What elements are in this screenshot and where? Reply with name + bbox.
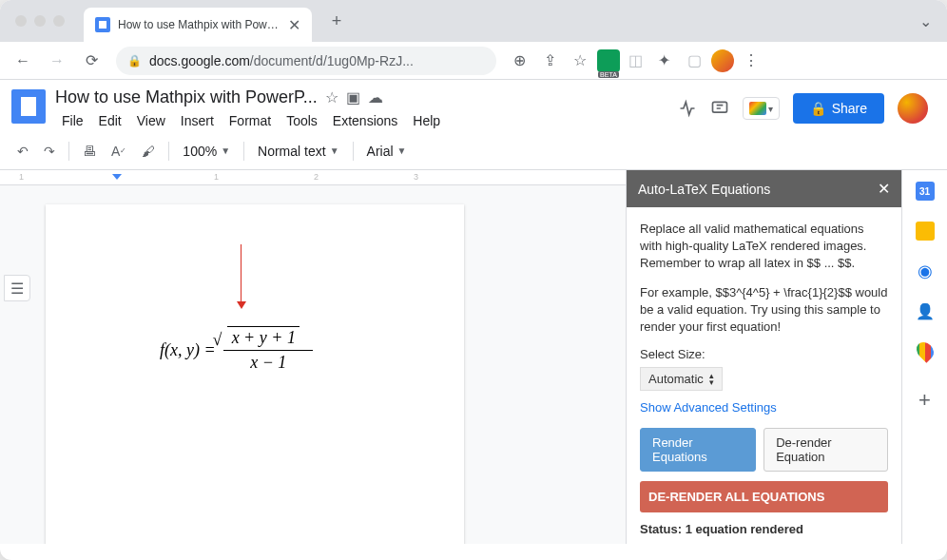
reload-button[interactable]: ⟳ [76, 46, 106, 76]
addon-sidebar: Auto-LaTeX Equations ✕ Replace all valid… [626, 170, 901, 544]
style-select[interactable]: Normal text▼ [252, 140, 344, 163]
render-equations-button[interactable]: Render Equations [640, 428, 756, 472]
beta-badge: BETA [598, 71, 619, 78]
lock-icon: 🔒 [127, 54, 142, 68]
move-document-icon[interactable]: ▣ [346, 88, 360, 106]
side-panel-rail: 31 ◉ 👤 + [901, 170, 947, 544]
browser-menu-icon[interactable]: ⋮ [738, 48, 764, 74]
sidebar-header: Auto-LaTeX Equations ✕ [627, 170, 901, 207]
sidebar-intro-text: Replace all valid mathematical equations… [640, 221, 888, 273]
advanced-settings-link[interactable]: Show Advanced Settings [640, 400, 888, 415]
close-tab-icon[interactable]: ✕ [287, 18, 300, 31]
menu-insert[interactable]: Insert [174, 109, 221, 132]
browser-tab-strip: How to use Mathpix with PowerP... ✕ + ⌄ [0, 0, 947, 42]
docs-toolbar: ↶ ↷ 🖶 A✓ 🖌 100%▼ Normal text▼ Arial▼ [0, 132, 947, 170]
derender-equation-button[interactable]: De-render Equation [763, 428, 888, 472]
print-button[interactable]: 🖶 [77, 140, 102, 163]
docs-logo-icon[interactable] [11, 89, 46, 124]
add-addon-icon[interactable]: + [916, 391, 935, 410]
menu-help[interactable]: Help [406, 109, 447, 132]
size-select[interactable]: Automatic ▴▾ [640, 367, 723, 391]
maps-icon[interactable] [916, 341, 935, 360]
comments-icon[interactable] [710, 99, 729, 118]
share-button[interactable]: 🔒 Share [793, 93, 884, 124]
size-label: Select Size: [640, 347, 888, 361]
stepper-icon: ▴▾ [709, 373, 714, 386]
star-document-icon[interactable]: ☆ [325, 88, 338, 106]
extensions-puzzle-icon[interactable]: ✦ [650, 48, 677, 74]
equation-denominator: x − 1 [223, 351, 313, 373]
docs-header: How to use Mathpix with PowerP... ☆ ▣ ☁ … [0, 80, 947, 132]
equation-lhs: f(x, y) = [160, 340, 216, 360]
menu-edit[interactable]: Edit [92, 109, 128, 132]
tasks-icon[interactable]: ◉ [916, 261, 935, 280]
browser-tab[interactable]: How to use Mathpix with PowerP... ✕ [84, 8, 312, 42]
menu-bar: File Edit View Insert Format Tools Exten… [55, 109, 668, 132]
menu-view[interactable]: View [130, 109, 172, 132]
minimize-window[interactable] [34, 15, 46, 27]
paint-format-button[interactable]: 🖌 [136, 140, 161, 163]
redo-button[interactable]: ↷ [38, 140, 61, 163]
outline-toggle-icon[interactable]: ☰ [4, 275, 30, 301]
indent-marker-icon[interactable] [112, 174, 122, 183]
document-canvas: 1 1 2 3 ☰ f(x, y) = x + y + 1 √ x − 1 [0, 170, 626, 544]
account-avatar[interactable] [898, 93, 928, 124]
tab-title: How to use Mathpix with PowerP... [118, 18, 280, 31]
url-text: docs.google.com/document/d/1ug0Mp-RzJ... [149, 53, 414, 68]
close-sidebar-icon[interactable]: ✕ [878, 180, 890, 198]
address-bar: ← → ⟳ 🔒 docs.google.com/document/d/1ug0M… [0, 42, 947, 80]
equation-numerator: x + y + 1 √ [223, 328, 313, 351]
horizontal-ruler[interactable]: 1 1 2 3 [0, 170, 626, 185]
document-title[interactable]: How to use Mathpix with PowerP... [55, 87, 318, 107]
extension-icon[interactable]: ◫ [624, 49, 647, 72]
menu-file[interactable]: File [55, 109, 90, 132]
undo-button[interactable]: ↶ [11, 140, 34, 163]
star-icon[interactable]: ☆ [567, 48, 593, 74]
document-page[interactable]: f(x, y) = x + y + 1 √ x − 1 [46, 204, 464, 544]
calendar-icon[interactable]: 31 [916, 182, 935, 201]
new-tab-button[interactable]: + [323, 8, 350, 34]
sidebar-example-text: For example, $$3^{4^5} + \frac{1}{2}$$ w… [640, 284, 888, 337]
back-button[interactable]: ← [8, 46, 38, 76]
cloud-status-icon[interactable]: ☁ [368, 88, 383, 106]
profile-avatar[interactable] [711, 49, 734, 72]
zoom-select[interactable]: 100%▼ [177, 140, 236, 163]
docs-favicon [95, 17, 110, 32]
activity-icon[interactable] [678, 99, 697, 118]
meet-camera-icon [749, 102, 766, 115]
derender-all-button[interactable]: DE-RENDER ALL EQUATIONS [640, 481, 888, 512]
search-icon[interactable]: ⊕ [506, 48, 532, 74]
maximize-window[interactable] [53, 15, 65, 27]
share-page-icon[interactable]: ⇪ [536, 48, 563, 74]
menu-tools[interactable]: Tools [280, 109, 324, 132]
contacts-icon[interactable]: 👤 [916, 301, 935, 320]
sidebar-title: Auto-LaTeX Equations [638, 182, 770, 197]
keep-icon[interactable] [916, 222, 935, 241]
window-controls [15, 15, 65, 27]
meet-button[interactable]: ▾ [743, 97, 780, 120]
forward-button[interactable]: → [42, 46, 72, 76]
close-window[interactable] [15, 15, 27, 27]
svg-rect-0 [712, 102, 726, 112]
font-select[interactable]: Arial▼ [361, 140, 413, 163]
extension-square-icon[interactable]: ▢ [681, 48, 707, 74]
menu-extensions[interactable]: Extensions [326, 109, 404, 132]
menu-format[interactable]: Format [222, 109, 278, 132]
annotation-arrow [241, 244, 246, 309]
spellcheck-button[interactable]: A✓ [106, 140, 132, 163]
rendered-equation[interactable]: f(x, y) = x + y + 1 √ x − 1 [160, 328, 313, 373]
lock-share-icon: 🔒 [810, 101, 826, 116]
url-box[interactable]: 🔒 docs.google.com/document/d/1ug0Mp-RzJ.… [116, 47, 496, 75]
tab-overflow-icon[interactable]: ⌄ [919, 12, 932, 30]
status-text: Status: 1 equation rendered [640, 522, 888, 536]
extension-grammarly-icon[interactable]: BETA [597, 49, 620, 72]
